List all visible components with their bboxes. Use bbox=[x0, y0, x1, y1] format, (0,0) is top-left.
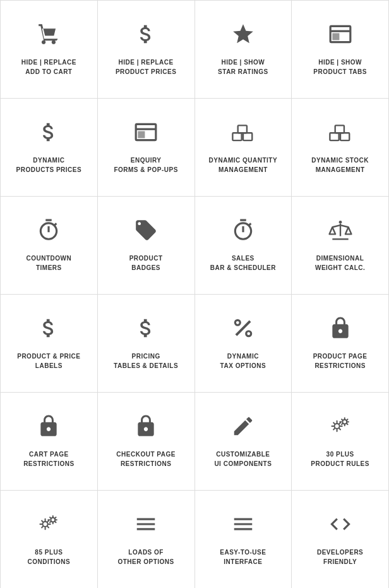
hide-show-star-ratings-label: HIDE | SHOWSTAR RATINGS bbox=[218, 58, 268, 77]
cell-dimensional-weight-calc[interactable]: DIMENSIONALWEIGHT CALC. bbox=[292, 197, 389, 295]
customizable-ui-components-label: CUSTOMIZABLEUI COMPONENTS bbox=[214, 450, 272, 469]
svg-point-18 bbox=[235, 320, 240, 325]
svg-point-19 bbox=[246, 331, 251, 336]
product-badges-icon bbox=[134, 218, 158, 254]
loads-of-other-options-label: LOADS OFOTHER OPTIONS bbox=[117, 548, 174, 567]
cell-product-badges[interactable]: PRODUCTBADGES bbox=[98, 197, 195, 295]
product-page-restrictions-label: PRODUCT PAGERESTRICTIONS bbox=[313, 352, 368, 371]
dynamic-tax-options-label: DYNAMICTAX OPTIONS bbox=[220, 352, 266, 371]
dynamic-quantity-management-label: DYNAMIC QUANTITYMANAGEMENT bbox=[209, 156, 278, 175]
cell-loads-of-other-options[interactable]: LOADS OFOTHER OPTIONS bbox=[98, 491, 195, 588]
cell-developers-friendly[interactable]: DEVELOPERSFRIENDLY bbox=[292, 491, 389, 588]
svg-point-12 bbox=[338, 221, 342, 224]
cell-dynamic-quantity-management[interactable]: DYNAMIC QUANTITYMANAGEMENT bbox=[195, 99, 292, 197]
countdown-timers-label: COUNTDOWNTIMERS bbox=[27, 254, 72, 273]
svg-line-16 bbox=[340, 225, 349, 227]
cell-hide-show-star-ratings[interactable]: HIDE | SHOWSTAR RATINGS bbox=[195, 1, 292, 99]
easy-to-use-interface-label: EASY-TO-USEINTERFACE bbox=[220, 548, 266, 567]
cell-85-plus-conditions[interactable]: 85 PLUSCONDITIONS bbox=[1, 491, 98, 588]
product-page-restrictions-icon bbox=[328, 316, 352, 352]
developers-friendly-icon bbox=[328, 512, 352, 548]
cell-dynamic-tax-options[interactable]: DYNAMICTAX OPTIONS bbox=[195, 295, 292, 393]
cell-dynamic-products-prices[interactable]: DYNAMICPRODUCTS PRICES bbox=[1, 99, 98, 197]
hide-show-product-tabs-label: HIDE | SHOWPRODUCT TABS bbox=[313, 58, 367, 77]
svg-point-21 bbox=[342, 420, 347, 424]
product-price-labels-icon bbox=[37, 316, 61, 352]
loads-of-other-options-icon bbox=[134, 512, 158, 548]
cart-page-restrictions-label: CART PAGERESTRICTIONS bbox=[23, 450, 74, 469]
cell-countdown-timers[interactable]: COUNTDOWNTIMERS bbox=[1, 197, 98, 295]
svg-rect-2 bbox=[332, 33, 339, 40]
dynamic-quantity-management-icon bbox=[231, 120, 255, 156]
cell-pricing-tables-details[interactable]: PRICINGTABLES & DETAILS bbox=[98, 295, 195, 393]
svg-line-17 bbox=[236, 321, 250, 335]
30-plus-product-rules-label: 30 PLUSPRODUCT RULES bbox=[311, 450, 369, 469]
pricing-tables-details-icon bbox=[134, 316, 158, 352]
dynamic-products-prices-icon bbox=[37, 120, 61, 156]
cell-30-plus-product-rules[interactable]: 30 PLUSPRODUCT RULES bbox=[292, 393, 389, 491]
85-plus-conditions-icon bbox=[37, 512, 61, 548]
hide-replace-add-to-cart-icon bbox=[37, 22, 61, 58]
cell-product-price-labels[interactable]: PRODUCT & PRICELABELS bbox=[1, 295, 98, 393]
svg-rect-10 bbox=[340, 133, 349, 140]
cell-hide-replace-product-prices[interactable]: HIDE | REPLACEPRODUCT PRICES bbox=[98, 1, 195, 99]
cell-hide-show-product-tabs[interactable]: HIDE | SHOWPRODUCT TABS bbox=[292, 1, 389, 99]
sales-bar-scheduler-label: SALESBAR & SCHEDULER bbox=[210, 254, 276, 273]
dynamic-stock-management-label: DYNAMIC STOCKMANAGEMENT bbox=[311, 156, 369, 175]
product-price-labels-label: PRODUCT & PRICELABELS bbox=[17, 352, 80, 371]
hide-show-product-tabs-icon bbox=[328, 22, 352, 58]
countdown-timers-icon bbox=[37, 218, 61, 254]
svg-point-23 bbox=[51, 518, 56, 522]
svg-rect-7 bbox=[243, 133, 252, 140]
dynamic-tax-options-icon bbox=[231, 316, 255, 352]
dimensional-weight-calc-label: DIMENSIONALWEIGHT CALC. bbox=[315, 254, 365, 273]
cell-product-page-restrictions[interactable]: PRODUCT PAGERESTRICTIONS bbox=[292, 295, 389, 393]
developers-friendly-label: DEVELOPERSFRIENDLY bbox=[317, 548, 363, 567]
cell-customizable-ui-components[interactable]: CUSTOMIZABLEUI COMPONENTS bbox=[195, 393, 292, 491]
pricing-tables-details-label: PRICINGTABLES & DETAILS bbox=[114, 352, 178, 371]
cell-easy-to-use-interface[interactable]: EASY-TO-USEINTERFACE bbox=[195, 491, 292, 588]
feature-grid: HIDE | REPLACEADD TO CARTHIDE | REPLACEP… bbox=[0, 0, 389, 588]
cell-checkout-page-restrictions[interactable]: CHECKOUT PAGERESTRICTIONS bbox=[98, 393, 195, 491]
svg-rect-6 bbox=[232, 133, 241, 140]
cell-enquiry-forms-popups[interactable]: ENQUIRYFORMS & POP-UPS bbox=[98, 99, 195, 197]
easy-to-use-interface-icon bbox=[231, 512, 255, 548]
product-badges-label: PRODUCTBADGES bbox=[129, 254, 163, 273]
svg-rect-9 bbox=[330, 133, 338, 140]
svg-line-15 bbox=[332, 225, 340, 227]
enquiry-forms-popups-label: ENQUIRYFORMS & POP-UPS bbox=[114, 156, 177, 175]
dynamic-products-prices-label: DYNAMICPRODUCTS PRICES bbox=[16, 156, 82, 175]
svg-rect-5 bbox=[138, 131, 145, 138]
svg-rect-11 bbox=[335, 125, 344, 133]
hide-show-star-ratings-icon bbox=[231, 22, 255, 58]
hide-replace-add-to-cart-label: HIDE | REPLACEADD TO CART bbox=[21, 58, 76, 77]
cell-dynamic-stock-management[interactable]: DYNAMIC STOCKMANAGEMENT bbox=[292, 99, 389, 197]
cell-cart-page-restrictions[interactable]: CART PAGERESTRICTIONS bbox=[1, 393, 98, 491]
cart-page-restrictions-icon bbox=[37, 414, 61, 450]
customizable-ui-components-icon bbox=[231, 414, 255, 450]
enquiry-forms-popups-icon bbox=[134, 120, 158, 156]
checkout-page-restrictions-icon bbox=[134, 414, 158, 450]
85-plus-conditions-label: 85 PLUSCONDITIONS bbox=[27, 548, 70, 567]
cell-sales-bar-scheduler[interactable]: SALESBAR & SCHEDULER bbox=[195, 197, 292, 295]
checkout-page-restrictions-label: CHECKOUT PAGERESTRICTIONS bbox=[116, 450, 176, 469]
dynamic-stock-management-icon bbox=[328, 120, 352, 156]
dimensional-weight-calc-icon bbox=[328, 218, 352, 254]
hide-replace-product-prices-label: HIDE | REPLACEPRODUCT PRICES bbox=[116, 58, 176, 77]
sales-bar-scheduler-icon bbox=[231, 218, 255, 254]
hide-replace-product-prices-icon bbox=[134, 22, 158, 58]
cell-hide-replace-add-to-cart[interactable]: HIDE | REPLACEADD TO CART bbox=[1, 1, 98, 99]
svg-rect-8 bbox=[238, 125, 247, 133]
30-plus-product-rules-icon bbox=[328, 414, 352, 450]
